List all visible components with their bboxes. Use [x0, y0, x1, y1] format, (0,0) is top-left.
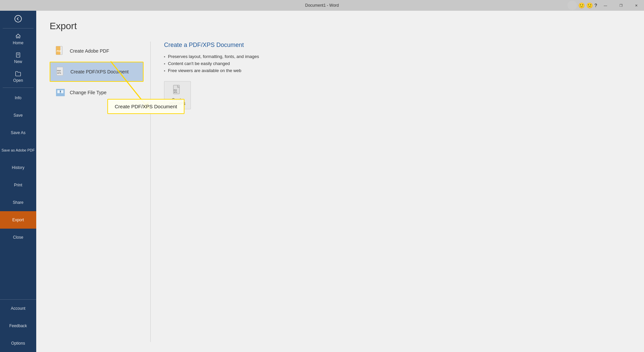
- sidebar-item-options[interactable]: Options: [0, 335, 36, 352]
- svg-text:PDF: PDF: [57, 50, 62, 52]
- svg-text:PDF: PDF: [57, 70, 61, 72]
- avatar: [568, 1, 577, 10]
- sidebar-item-new-label: New: [14, 59, 22, 64]
- export-option-change-file-type-label: Change File Type: [70, 90, 106, 95]
- export-right-title: Create a PDF/XPS Document: [164, 42, 624, 49]
- sidebar-item-save[interactable]: Save: [0, 107, 36, 124]
- sidebar-item-account-label: Account: [11, 306, 25, 311]
- sidebar-divider-top: [3, 28, 34, 28]
- sidebar-item-open[interactable]: Open: [0, 67, 36, 86]
- back-button[interactable]: [0, 11, 36, 27]
- sidebar-item-new[interactable]: New: [0, 49, 36, 67]
- sidebar-item-print[interactable]: Print: [0, 176, 36, 194]
- sidebar: Home New Open Info Save Save As Save as …: [0, 11, 36, 352]
- export-option-adobe-pdf-label: Create Adobe PDF: [70, 48, 109, 54]
- sidebar-item-share[interactable]: Share: [0, 194, 36, 211]
- bullet-text-2: Content can't be easily changed: [168, 61, 230, 66]
- close-window-button[interactable]: ✕: [629, 0, 644, 11]
- page-title: Export: [50, 21, 631, 32]
- sidebar-bottom: Account Feedback Options: [0, 299, 36, 352]
- export-option-pdf-xps[interactable]: PDF XPS Create PDF/XPS Document: [50, 62, 144, 82]
- export-option-pdf-xps-label: Create PDF/XPS Document: [70, 69, 129, 74]
- pdf-xps-icon: PDF XPS: [56, 66, 66, 77]
- svg-rect-10: [56, 89, 65, 96]
- svg-point-0: [15, 15, 21, 22]
- sidebar-item-export[interactable]: Export: [0, 211, 36, 229]
- sidebar-item-info-label: Info: [15, 96, 21, 100]
- export-bullet-3: Free viewers are available on the web: [164, 68, 624, 73]
- sidebar-item-feedback-label: Feedback: [9, 324, 27, 328]
- sidebar-item-save-as-label: Save As: [11, 130, 25, 135]
- export-separator: [150, 42, 151, 342]
- adobe-pdf-icon: PDF: [55, 46, 66, 56]
- sidebar-item-save-adobe-label: Save as Adobe PDF: [1, 148, 35, 152]
- sidebar-item-account[interactable]: Account: [0, 300, 36, 317]
- sidebar-divider-2: [3, 87, 34, 88]
- sidebar-item-save-label: Save: [13, 113, 22, 118]
- export-option-change-file-type[interactable]: Change File Type: [50, 83, 144, 102]
- sidebar-item-save-as[interactable]: Save As: [0, 124, 36, 141]
- export-right-panel: Create a PDF/XPS Document Preserves layo…: [157, 42, 631, 342]
- sidebar-item-save-adobe[interactable]: Save as Adobe PDF: [0, 141, 36, 159]
- content-area: Export PDF Create Adobe PDF: [36, 11, 644, 352]
- sidebar-item-home-label: Home: [13, 41, 23, 45]
- sidebar-item-export-label: Export: [12, 218, 24, 222]
- svg-text:XPS: XPS: [174, 91, 177, 93]
- export-page: Export PDF Create Adobe PDF: [36, 11, 644, 352]
- svg-rect-11: [57, 90, 60, 93]
- create-pdf-btn-area: PDF XPS Create PDF/XPS: [164, 81, 624, 109]
- sidebar-item-open-label: Open: [13, 78, 23, 83]
- sidebar-item-options-label: Options: [11, 341, 25, 346]
- export-option-adobe-pdf[interactable]: PDF Create Adobe PDF: [50, 42, 144, 60]
- bullet-text-1: Preserves layout, formatting, fonts, and…: [168, 54, 259, 59]
- svg-rect-12: [61, 90, 63, 93]
- sidebar-item-print-label: Print: [14, 183, 22, 187]
- create-pdf-btn-label: Create PDF/XPS: [169, 98, 185, 106]
- sidebar-item-close-label: Close: [13, 235, 23, 240]
- change-file-type-icon: [55, 87, 66, 98]
- minimize-button[interactable]: —: [598, 0, 613, 11]
- create-pdf-xps-button[interactable]: PDF XPS Create PDF/XPS: [164, 81, 191, 109]
- svg-text:XPS: XPS: [57, 72, 61, 74]
- sidebar-item-home[interactable]: Home: [0, 30, 36, 49]
- sidebar-item-info[interactable]: Info: [0, 89, 36, 107]
- help-icon[interactable]: ?: [594, 3, 597, 8]
- sidebar-item-feedback[interactable]: Feedback: [0, 317, 36, 335]
- sidebar-item-share-label: Share: [13, 200, 23, 205]
- maximize-button[interactable]: ❐: [613, 0, 629, 11]
- title-bar-controls: — ❐ ✕: [598, 0, 644, 11]
- app-container: Home New Open Info Save Save As Save as …: [0, 11, 644, 352]
- title-bar-icons: 🙂 🙁 ?: [568, 0, 597, 11]
- sidebar-item-close[interactable]: Close: [0, 229, 36, 246]
- export-left-panel: PDF Create Adobe PDF PDF XPS: [50, 42, 144, 342]
- sidebar-item-history[interactable]: History: [0, 159, 36, 176]
- export-layout: PDF Create Adobe PDF PDF XPS: [50, 42, 631, 342]
- emoji-smile-icon: 🙂: [578, 2, 585, 9]
- export-bullet-2: Content can't be easily changed: [164, 61, 624, 66]
- title-bar-text: Document1 - Word: [305, 3, 339, 8]
- export-bullet-1: Preserves layout, formatting, fonts, and…: [164, 54, 624, 59]
- bullet-text-3: Free viewers are available on the web: [168, 68, 241, 73]
- emoji-sad-icon: 🙁: [586, 2, 593, 9]
- title-bar: Document1 - Word 🙂 🙁 ? — ❐ ✕: [0, 0, 644, 11]
- sidebar-item-history-label: History: [12, 165, 24, 170]
